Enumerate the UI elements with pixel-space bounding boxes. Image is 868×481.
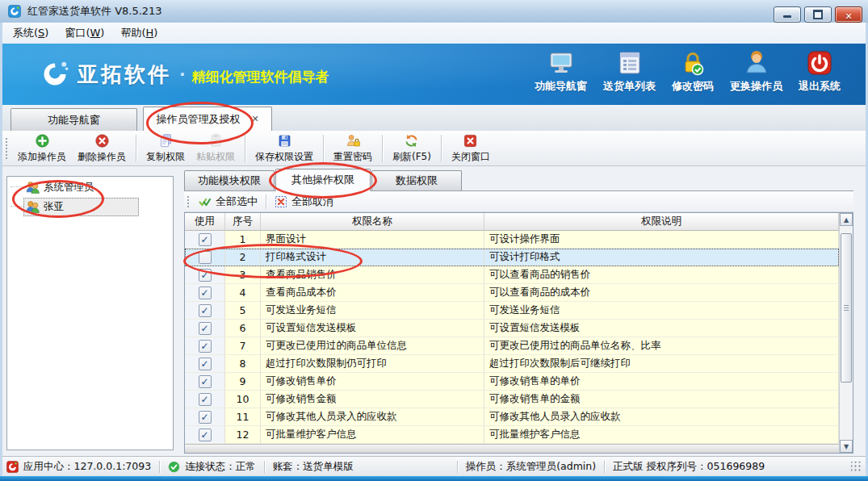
menu-item[interactable]: 系统(S) <box>5 23 57 44</box>
table-row[interactable]: 1界面设计可设计操作界面 <box>185 231 839 249</box>
use-checkbox[interactable] <box>199 322 212 335</box>
status-connection: 连接状态：正常 <box>168 460 256 474</box>
table-row[interactable]: 11可修改其他人员录入的应收款可修改其他人员录入的应收款 <box>185 408 839 426</box>
row-number: 5 <box>225 302 261 320</box>
header-action[interactable]: 修改密码 <box>664 48 722 95</box>
yatuo-logo-icon <box>40 60 69 89</box>
use-checkbox[interactable] <box>199 411 212 424</box>
toolbar-button-label: 添加操作员 <box>18 150 66 164</box>
table-row[interactable]: 5可发送业务短信可发送业务短信 <box>185 302 839 320</box>
toolbar-button[interactable]: 复制权限 <box>140 132 191 165</box>
use-checkbox[interactable] <box>199 287 212 299</box>
permission-name: 可修改其他人员录入的应收款 <box>261 408 484 426</box>
row-number: 7 <box>225 337 261 355</box>
toolbar-button-label: 刷新(F5) <box>392 150 431 164</box>
toolbar-button-label: 重置密码 <box>333 150 372 164</box>
toolbar-button-label: 粘贴权限 <box>196 150 235 164</box>
deselect-all-button[interactable]: 全部取消 <box>270 193 338 211</box>
row-number: 8 <box>225 355 261 373</box>
permission-description: 可修改其他人员录入的应收款 <box>484 408 839 426</box>
use-checkbox[interactable] <box>199 233 212 246</box>
window-title: 红管家送货单软件 V8.5.213 <box>27 4 162 19</box>
table-row[interactable]: 9可修改销售单价可修改销售单的单价 <box>185 373 839 391</box>
table-row[interactable]: 10可修改销售金额可修改销售单的金额 <box>185 391 839 408</box>
use-checkbox[interactable] <box>199 429 212 441</box>
column-header[interactable]: 使用 <box>185 213 225 231</box>
toolbar-button[interactable]: 添加操作员 <box>12 132 72 165</box>
permission-description: 可以查看商品的销售价 <box>484 266 839 284</box>
scrollbar-thumb[interactable] <box>841 233 852 383</box>
scroll-down-button[interactable]: ▼ <box>840 440 853 453</box>
maximize-button[interactable] <box>804 6 832 23</box>
main-tab-strip: 功能导航窗操作员管理及授权 <box>0 105 868 131</box>
permission-tab-strip: 功能模块权限其他操作权限数据权限 <box>184 169 853 191</box>
permission-name: 可设置短信发送模板 <box>261 320 484 337</box>
menu-item[interactable]: 帮助(H) <box>112 23 166 44</box>
tree-item-operator[interactable]: 系统管理员 <box>7 178 173 196</box>
table-row[interactable]: 3查看商品销售价可以查看商品的销售价 <box>185 266 839 284</box>
permission-tab[interactable]: 功能模块权限 <box>184 170 275 190</box>
main-tab[interactable]: 功能导航窗 <box>10 108 137 131</box>
status-app-center: 应用中心：127.0.0.1:7093 <box>6 460 151 474</box>
use-checkbox[interactable] <box>199 375 212 388</box>
header-action[interactable]: 送货单列表 <box>595 48 664 95</box>
status-label: 正式版 授权序列号：051696989 <box>613 460 765 474</box>
table-row[interactable]: 4查看商品成本价可以查看商品的成本价 <box>185 284 839 302</box>
header-action[interactable]: 功能导航窗 <box>526 48 595 95</box>
toolbar-button[interactable]: 关闭窗口 <box>446 132 496 165</box>
use-checkbox[interactable] <box>199 269 212 282</box>
table-row[interactable]: 6可设置短信发送模板可设置短信发送模板 <box>185 320 839 337</box>
vertical-scrollbar[interactable]: ▲ ▼ <box>839 213 853 453</box>
tree-item-operator[interactable]: 张亚 <box>7 198 173 215</box>
column-header[interactable]: 序号 <box>225 213 261 231</box>
column-header[interactable]: 权限说明 <box>484 213 839 231</box>
toolbar-separator <box>441 135 442 162</box>
header-action[interactable]: 退出系统 <box>790 48 849 95</box>
toolbar-button[interactable]: 删除操作员 <box>72 132 132 165</box>
header-action[interactable]: 更换操作员 <box>722 48 790 95</box>
permission-name: 可更改已使用过的商品单位信息 <box>261 337 484 355</box>
horizontal-scrollbar[interactable] <box>185 444 839 453</box>
row-number: 6 <box>225 320 261 337</box>
permission-description: 可以查看商品的成本价 <box>484 284 839 302</box>
use-checkbox[interactable] <box>199 251 212 264</box>
permission-name: 打印格式设计 <box>261 249 484 266</box>
toolbar-button-label: 保存权限设置 <box>255 150 313 164</box>
table-row[interactable]: 7可更改已使用过的商品单位信息可更改已使用过的商品单位名称、比率 <box>185 337 839 355</box>
brand-name: 亚拓软件 <box>78 61 171 89</box>
brand-separator: · <box>179 65 186 84</box>
main-tab-label: 功能导航窗 <box>48 113 100 128</box>
use-checkbox[interactable] <box>199 340 212 353</box>
use-checkbox[interactable] <box>199 304 212 317</box>
main-tab[interactable]: 操作员管理及授权 <box>143 107 272 131</box>
permission-name: 查看商品销售价 <box>261 266 484 284</box>
column-header[interactable]: 权限名称 <box>261 213 484 231</box>
tab-close-icon[interactable] <box>251 114 258 124</box>
operator-name: 系统管理员 <box>44 181 94 194</box>
table-row[interactable]: 12可批量维护客户信息可批量维护客户信息 <box>185 426 839 444</box>
toolbar-button[interactable]: 保存权限设置 <box>249 132 319 165</box>
close-button[interactable] <box>835 6 862 23</box>
menu-item[interactable]: 窗口(W) <box>57 23 112 44</box>
table-row[interactable]: 2打印格式设计可设计打印格式 <box>185 249 839 266</box>
scroll-up-button[interactable]: ▲ <box>840 213 853 226</box>
permission-tab[interactable]: 其他操作权限 <box>275 169 371 191</box>
permission-description: 可批量维护客户信息 <box>484 426 839 444</box>
toolbar-button[interactable]: 刷新(F5) <box>387 132 437 165</box>
minimize-button[interactable] <box>774 6 801 23</box>
select-all-label: 全部选中 <box>216 194 258 209</box>
permission-tab[interactable]: 数据权限 <box>371 170 462 190</box>
toolbar-separator <box>245 135 245 162</box>
header-action-label: 退出系统 <box>799 79 841 94</box>
select-all-button[interactable]: 全部选中 <box>194 193 262 211</box>
permission-description: 超过打印次数限制后可继续打印 <box>484 355 839 373</box>
use-checkbox[interactable] <box>199 358 212 370</box>
resize-grip[interactable] <box>851 462 862 472</box>
toolbar-button[interactable]: 重置密码 <box>328 132 378 165</box>
exit-power-icon <box>807 50 832 76</box>
table-row[interactable]: 8超过打印次数限制仍可打印超过打印次数限制后可继续打印 <box>185 355 839 373</box>
permission-description: 可修改销售单的单价 <box>484 373 839 391</box>
close-window-icon <box>463 133 478 148</box>
use-checkbox[interactable] <box>199 393 212 406</box>
toolbar-button-label: 关闭窗口 <box>451 150 490 164</box>
